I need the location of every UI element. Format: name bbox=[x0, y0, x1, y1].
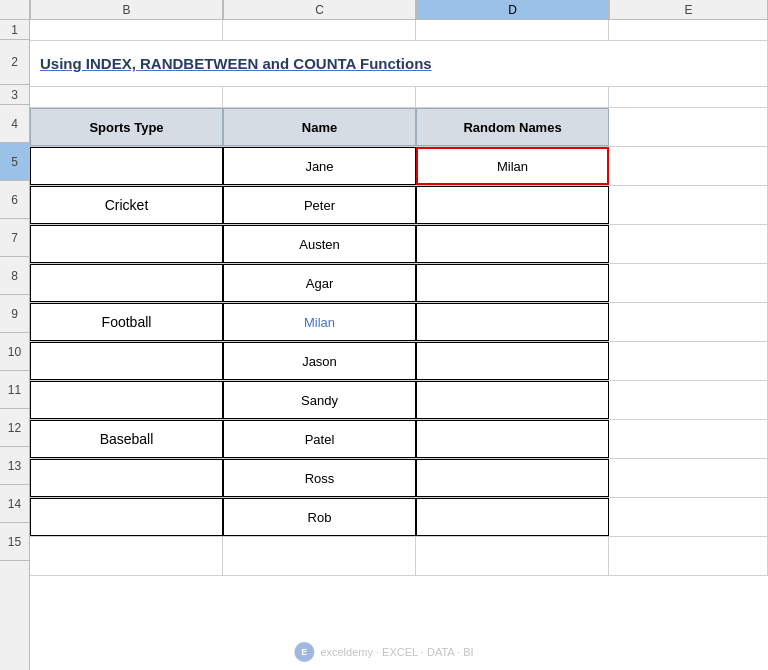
row-num-4: 4 bbox=[0, 105, 29, 143]
cell-e3[interactable] bbox=[609, 87, 768, 107]
row-5: Jane Milan bbox=[30, 147, 768, 186]
row-6: Cricket Peter bbox=[30, 186, 768, 225]
row-num-13: 13 bbox=[0, 447, 29, 485]
cell-c3[interactable] bbox=[223, 87, 416, 107]
cell-b14[interactable] bbox=[30, 498, 223, 536]
row-num-15: 15 bbox=[0, 523, 29, 561]
cell-d7[interactable] bbox=[416, 225, 609, 263]
cell-c12[interactable]: Patel bbox=[223, 420, 416, 458]
cell-b13[interactable] bbox=[30, 459, 223, 497]
row-10: Jason bbox=[30, 342, 768, 381]
watermark: E exceldemy · EXCEL · DATA · BI bbox=[294, 642, 473, 662]
cell-d9[interactable] bbox=[416, 303, 609, 341]
col-header-e[interactable]: E bbox=[609, 0, 768, 19]
cell-b15[interactable] bbox=[30, 537, 223, 575]
grid-body: 1 2 3 4 5 6 7 8 9 10 11 12 13 14 15 bbox=[0, 20, 768, 670]
col-header-c[interactable]: C bbox=[223, 0, 416, 19]
cell-e5[interactable] bbox=[609, 147, 768, 185]
row-2: Using INDEX, RANDBETWEEN and COUNTA Func… bbox=[30, 41, 768, 87]
cell-d6[interactable] bbox=[416, 186, 609, 224]
watermark-text: exceldemy · EXCEL · DATA · BI bbox=[320, 646, 473, 658]
cell-d10[interactable] bbox=[416, 342, 609, 380]
row-num-6: 6 bbox=[0, 181, 29, 219]
corner-header bbox=[0, 0, 30, 20]
cell-e12[interactable] bbox=[609, 420, 768, 458]
cell-b7[interactable] bbox=[30, 225, 223, 263]
row-11: Sandy bbox=[30, 381, 768, 420]
rows-area: Using INDEX, RANDBETWEEN and COUNTA Func… bbox=[30, 20, 768, 670]
row-num-2: 2 bbox=[0, 40, 29, 85]
cell-c6[interactable]: Peter bbox=[223, 186, 416, 224]
cell-e6[interactable] bbox=[609, 186, 768, 224]
cell-c1[interactable] bbox=[223, 20, 416, 40]
cell-e15[interactable] bbox=[609, 537, 768, 575]
cell-b3[interactable] bbox=[30, 87, 223, 107]
cell-c8[interactable]: Agar bbox=[223, 264, 416, 302]
cell-d1[interactable] bbox=[416, 20, 609, 40]
row-num-3: 3 bbox=[0, 85, 29, 105]
row-num-10: 10 bbox=[0, 333, 29, 371]
cell-e7[interactable] bbox=[609, 225, 768, 263]
cell-d3[interactable] bbox=[416, 87, 609, 107]
row-4: Sports Type Name Random Names bbox=[30, 108, 768, 147]
row-numbers: 1 2 3 4 5 6 7 8 9 10 11 12 13 14 15 bbox=[0, 20, 30, 670]
row-9: Football Milan bbox=[30, 303, 768, 342]
cell-b10[interactable] bbox=[30, 342, 223, 380]
cell-c15[interactable] bbox=[223, 537, 416, 575]
cell-d11[interactable] bbox=[416, 381, 609, 419]
cell-d13[interactable] bbox=[416, 459, 609, 497]
cell-b12[interactable]: Baseball bbox=[30, 420, 223, 458]
cell-e4[interactable] bbox=[609, 108, 768, 146]
cell-c4-header[interactable]: Name bbox=[223, 108, 416, 146]
cell-c7[interactable]: Austen bbox=[223, 225, 416, 263]
cell-d4-header[interactable]: Random Names bbox=[416, 108, 609, 146]
cell-d14[interactable] bbox=[416, 498, 609, 536]
row-8: Agar bbox=[30, 264, 768, 303]
row-num-7: 7 bbox=[0, 219, 29, 257]
col-header-d[interactable]: D bbox=[416, 0, 609, 19]
cell-b6[interactable]: Cricket bbox=[30, 186, 223, 224]
row-13: Ross bbox=[30, 459, 768, 498]
cell-b5[interactable] bbox=[30, 147, 223, 185]
cell-c10[interactable]: Jason bbox=[223, 342, 416, 380]
row-7: Austen bbox=[30, 225, 768, 264]
row-num-11: 11 bbox=[0, 371, 29, 409]
cell-c11[interactable]: Sandy bbox=[223, 381, 416, 419]
cell-e11[interactable] bbox=[609, 381, 768, 419]
cell-b11[interactable] bbox=[30, 381, 223, 419]
row-3 bbox=[30, 87, 768, 108]
cell-d8[interactable] bbox=[416, 264, 609, 302]
cell-b4-header[interactable]: Sports Type bbox=[30, 108, 223, 146]
row-num-1: 1 bbox=[0, 20, 29, 40]
row-14: Rob bbox=[30, 498, 768, 537]
row-15 bbox=[30, 537, 768, 576]
cell-c5[interactable]: Jane bbox=[223, 147, 416, 185]
spreadsheet: B C D E 1 2 3 4 5 6 7 8 9 10 11 12 13 14… bbox=[0, 0, 768, 670]
cell-e9[interactable] bbox=[609, 303, 768, 341]
cell-e14[interactable] bbox=[609, 498, 768, 536]
cell-c13[interactable]: Ross bbox=[223, 459, 416, 497]
cell-b1[interactable] bbox=[30, 20, 223, 40]
cell-b9[interactable]: Football bbox=[30, 303, 223, 341]
cell-e8[interactable] bbox=[609, 264, 768, 302]
row-num-9: 9 bbox=[0, 295, 29, 333]
row-num-5: 5 bbox=[0, 143, 29, 181]
cell-b8[interactable] bbox=[30, 264, 223, 302]
cell-e13[interactable] bbox=[609, 459, 768, 497]
row-12: Baseball Patel bbox=[30, 420, 768, 459]
cell-e1[interactable] bbox=[609, 20, 768, 40]
row-num-8: 8 bbox=[0, 257, 29, 295]
row-1 bbox=[30, 20, 768, 41]
cell-d5[interactable]: Milan bbox=[416, 147, 609, 185]
cell-title[interactable]: Using INDEX, RANDBETWEEN and COUNTA Func… bbox=[30, 41, 768, 86]
col-header-b[interactable]: B bbox=[30, 0, 223, 19]
row-num-12: 12 bbox=[0, 409, 29, 447]
cell-d12[interactable] bbox=[416, 420, 609, 458]
watermark-logo: E bbox=[294, 642, 314, 662]
row-num-14: 14 bbox=[0, 485, 29, 523]
cell-e10[interactable] bbox=[609, 342, 768, 380]
cell-c9[interactable]: Milan bbox=[223, 303, 416, 341]
cell-d15[interactable] bbox=[416, 537, 609, 575]
cell-c14[interactable]: Rob bbox=[223, 498, 416, 536]
